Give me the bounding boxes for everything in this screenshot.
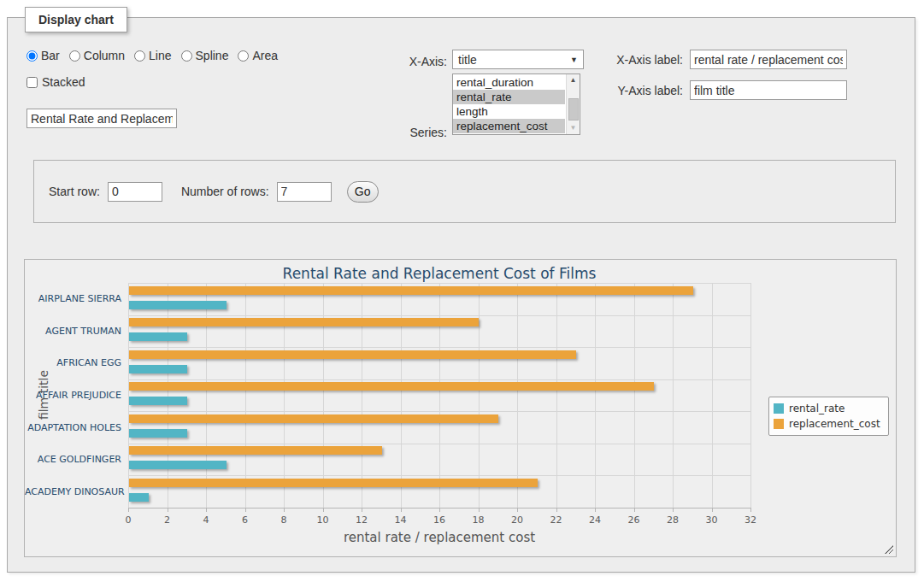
gridline-horizontal: [128, 283, 750, 284]
start-row-input[interactable]: [108, 182, 162, 202]
gridline-horizontal: [128, 379, 750, 380]
chart-x-axis-title: rental rate / replacement cost: [128, 530, 750, 545]
chart-area: Rental Rate and Replacement Cost of Film…: [24, 259, 897, 557]
x-axis-select-label: X-Axis:: [350, 55, 447, 68]
bar-rental_rate[interactable]: [129, 332, 187, 341]
y-axis-label-input[interactable]: [690, 80, 847, 100]
category-label: AFFAIR PREJUDICE: [25, 390, 121, 401]
stacked-checkbox[interactable]: [26, 77, 38, 88]
chart-type-radio-group: BarColumnLineSplineArea: [26, 49, 278, 62]
bar-rental_rate[interactable]: [129, 429, 187, 438]
gridline-vertical: [401, 283, 402, 508]
gridline-vertical: [323, 283, 324, 508]
category-label: AFRICAN EGG: [25, 357, 121, 368]
series-options: rental_durationrental_ratelengthreplacem…: [453, 75, 565, 133]
category-label: AIRPLANE SIERRA: [25, 293, 121, 304]
category-label: ACE GOLDFINGER: [25, 454, 121, 465]
num-rows-input[interactable]: [277, 182, 332, 202]
bar-rental_rate[interactable]: [129, 397, 187, 405]
x-tick-label: 10: [306, 514, 340, 526]
chart-type-radio-bar[interactable]: [26, 50, 38, 62]
bar-rental_rate[interactable]: [129, 461, 227, 469]
x-tick-label: 18: [462, 514, 496, 526]
chart-type-option-line: Line: [134, 49, 171, 62]
series-option-rental_duration[interactable]: rental_duration: [453, 75, 565, 90]
chart-type-radio-label: Line: [149, 49, 171, 62]
gridline-horizontal: [128, 411, 750, 412]
x-tick-label: 8: [267, 514, 301, 526]
listbox-scrollbar[interactable]: ▲ ▼: [566, 74, 580, 134]
bar-rental_rate[interactable]: [129, 365, 187, 373]
gridline-horizontal: [128, 475, 750, 476]
chart-type-radio-label: Area: [252, 49, 278, 62]
gridline-vertical: [206, 283, 207, 508]
legend-label: replacement_cost: [789, 418, 880, 430]
x-axis-selected-value: title: [458, 53, 570, 67]
bar-replacement_cost[interactable]: [129, 414, 498, 423]
gridline-vertical: [595, 283, 596, 508]
chart-type-radio-label: Column: [84, 49, 125, 62]
series-listbox[interactable]: rental_durationrental_ratelengthreplacem…: [452, 73, 580, 135]
gridline-vertical: [673, 283, 674, 508]
y-axis-label-field-label: Y-Axis label:: [597, 84, 683, 97]
bar-replacement_cost[interactable]: [129, 479, 538, 487]
series-option-rental_rate[interactable]: rental_rate: [453, 90, 565, 104]
bar-replacement_cost[interactable]: [129, 382, 654, 391]
x-tick-label: 22: [539, 514, 574, 526]
series-option-replacement_cost[interactable]: replacement_cost: [453, 119, 565, 133]
bar-replacement_cost[interactable]: [129, 318, 479, 326]
bar-replacement_cost[interactable]: [129, 446, 382, 455]
chart-type-radio-line[interactable]: [134, 50, 145, 62]
chart-type-option-bar: Bar: [26, 49, 60, 62]
stacked-checkbox-row: Stacked: [26, 75, 85, 89]
x-tick-label: 30: [695, 514, 729, 526]
gridline-vertical: [362, 283, 362, 508]
chart-type-radio-column[interactable]: [69, 50, 80, 62]
bar-replacement_cost[interactable]: [129, 350, 576, 359]
x-tick-label: 0: [111, 514, 145, 526]
axis-tick: [750, 508, 751, 512]
scrollbar-thumb[interactable]: [568, 98, 579, 121]
rows-form: Start row: Number of rows: Go: [33, 160, 896, 223]
chart-type-radio-label: Bar: [41, 49, 60, 62]
chart-title: Rental Rate and Replacement Cost of Film…: [128, 265, 750, 282]
bar-rental_rate[interactable]: [129, 493, 149, 502]
series-option-length[interactable]: length: [453, 104, 565, 119]
panel-legend-title: Display chart: [25, 7, 127, 32]
x-axis-label-input[interactable]: [690, 50, 847, 69]
legend-swatch-icon: [774, 419, 784, 429]
num-rows-label: Number of rows:: [181, 185, 269, 198]
gridline-horizontal: [128, 444, 750, 444]
category-label: ACADEMY DINOSAUR: [25, 486, 121, 497]
chart-type-radio-spline[interactable]: [181, 50, 192, 62]
gridline-vertical: [712, 283, 713, 508]
go-button[interactable]: Go: [347, 181, 379, 203]
gridline-vertical: [439, 283, 440, 508]
x-tick-label: 2: [150, 514, 185, 526]
bar-replacement_cost[interactable]: [129, 286, 693, 295]
chart-type-option-area: Area: [238, 49, 278, 62]
gridline-vertical: [168, 283, 168, 508]
category-label: ADAPTATION HOLES: [25, 422, 121, 433]
chevron-down-icon: ▼: [570, 56, 578, 64]
legend-label: rental_rate: [789, 403, 845, 414]
gridline-vertical: [634, 283, 635, 508]
legend-item-replacement_cost[interactable]: replacement_cost: [774, 416, 880, 432]
legend-item-rental_rate[interactable]: rental_rate: [774, 401, 880, 416]
gridline-vertical: [556, 283, 557, 508]
x-axis-select[interactable]: title ▼: [452, 50, 584, 69]
gridline-vertical: [128, 283, 129, 508]
x-tick-label: 6: [228, 514, 262, 526]
resize-handle[interactable]: [885, 545, 893, 554]
chart-type-option-spline: Spline: [181, 49, 229, 62]
gridline-vertical: [245, 283, 246, 508]
chart-type-radio-area[interactable]: [238, 50, 249, 62]
chart-title-input[interactable]: [26, 109, 177, 128]
chart-legend: rental_ratereplacement_cost: [768, 397, 889, 436]
scroll-up-icon[interactable]: ▲: [567, 74, 580, 86]
scroll-down-icon[interactable]: ▼: [567, 122, 580, 134]
bar-rental_rate[interactable]: [129, 301, 227, 309]
x-tick-label: 16: [422, 514, 456, 526]
gridline-vertical: [750, 283, 751, 508]
category-label: AGENT TRUMAN: [25, 326, 121, 337]
